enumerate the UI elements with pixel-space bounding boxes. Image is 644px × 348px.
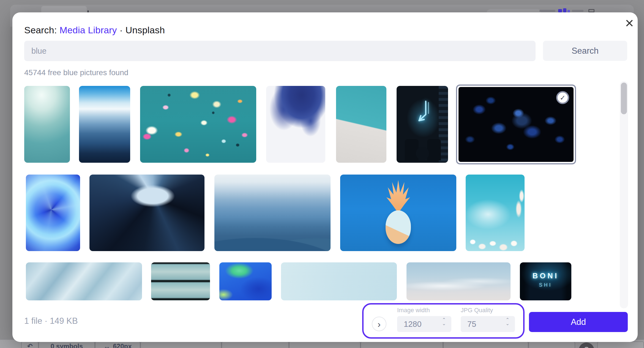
thumbnail[interactable] xyxy=(406,262,511,300)
thumbnail[interactable] xyxy=(89,175,204,251)
thumbnail[interactable] xyxy=(24,86,70,163)
close-icon[interactable]: × xyxy=(621,14,638,32)
thumbnail[interactable] xyxy=(79,86,130,163)
toolbar-cell xyxy=(597,341,644,348)
thumbnail[interactable] xyxy=(340,175,456,251)
selected-image: ✓ xyxy=(459,87,574,162)
thumbnail[interactable] xyxy=(466,175,525,251)
neon-sign-text: BONI xyxy=(520,272,571,280)
check-icon: ✓ xyxy=(556,91,569,104)
stepper-arrows[interactable]: ⌃ ⌄ xyxy=(504,318,511,326)
thumbnail[interactable] xyxy=(336,86,386,163)
background-logo-fragment xyxy=(558,9,562,12)
jpg-quality-label: JPG Quality xyxy=(461,307,493,314)
background-logo-fragment xyxy=(539,10,555,12)
thumbnail[interactable] xyxy=(219,262,272,300)
results-summary: 45744 free blue pictures found xyxy=(24,68,128,77)
media-search-dialog: × Search: Media Library · Unsplash Searc… xyxy=(12,12,638,342)
undo-button-fragment: ↶ xyxy=(21,341,39,348)
image-width-input[interactable] xyxy=(397,316,438,332)
toolbar-cell xyxy=(289,341,361,348)
thumbnail[interactable] xyxy=(214,175,331,251)
neon-sign-subtext: SHI xyxy=(520,282,571,288)
chevron-right-icon: › xyxy=(378,319,381,329)
thumbnail-selected[interactable]: ✓ xyxy=(456,85,576,164)
background-logo-fragment xyxy=(567,10,570,12)
thumbnail[interactable] xyxy=(140,86,256,163)
image-width-label: Image width xyxy=(397,307,430,314)
media-library-link[interactable]: Media Library xyxy=(59,25,117,35)
scrollbar-thumb[interactable] xyxy=(621,83,627,114)
thumbnail[interactable] xyxy=(266,86,325,163)
toolbar-cell xyxy=(361,341,443,348)
toolbar-cell xyxy=(222,341,289,348)
thumbnail[interactable]: BONI SHI xyxy=(520,262,571,300)
thumbnail[interactable] xyxy=(397,86,448,163)
table-silhouette xyxy=(416,147,429,160)
width-indicator-fragment: ↔ 620px xyxy=(95,341,140,348)
pineapple-crown xyxy=(386,180,410,213)
title-separator: · xyxy=(119,25,123,35)
pineapple-body xyxy=(386,210,411,244)
neon-arrow-icon xyxy=(413,100,433,128)
thumbnail[interactable] xyxy=(26,175,80,251)
background-fullscreen-icon-fragment xyxy=(588,9,594,12)
title-prefix: Search: xyxy=(24,25,57,35)
thumbnail[interactable] xyxy=(281,262,397,300)
background-logo-fragment xyxy=(572,10,583,12)
source-label-unsplash: Unsplash xyxy=(125,25,165,35)
toolbar-cell xyxy=(443,341,528,348)
stepper-arrows[interactable]: ⌃ ⌄ xyxy=(440,318,447,326)
image-width-stepper[interactable]: ⌃ ⌄ xyxy=(397,316,451,332)
resize-icon: ↔ xyxy=(103,342,110,348)
background-logo-fragment xyxy=(563,8,566,12)
search-input[interactable] xyxy=(24,41,536,61)
collapse-options-button[interactable]: › xyxy=(372,317,386,331)
dialog-title: Search: Media Library · Unsplash xyxy=(24,25,165,36)
add-button[interactable]: Add xyxy=(529,312,628,332)
jpg-quality-stepper[interactable]: ⌃ ⌄ xyxy=(461,316,515,332)
undo-icon: ↶ xyxy=(27,342,32,348)
jpg-quality-input[interactable] xyxy=(461,316,502,332)
thumbnail[interactable] xyxy=(151,262,210,300)
selection-summary: 1 file · 149 KB xyxy=(24,316,78,326)
thumbnail[interactable] xyxy=(26,262,142,300)
spin-down-icon: ⌄ xyxy=(506,322,509,326)
search-button[interactable]: Search xyxy=(543,41,627,61)
spin-down-icon: ⌄ xyxy=(442,322,446,326)
toolbar-cell xyxy=(140,341,222,348)
chair-silhouette xyxy=(427,139,441,161)
export-options-panel: › Image width JPG Quality ⌃ ⌄ ⌃ ⌄ xyxy=(362,303,525,339)
symbols-count-fragment: 0 symbols xyxy=(39,341,95,348)
toolbar-cell xyxy=(528,341,575,348)
scrollbar-track[interactable] xyxy=(620,81,628,308)
